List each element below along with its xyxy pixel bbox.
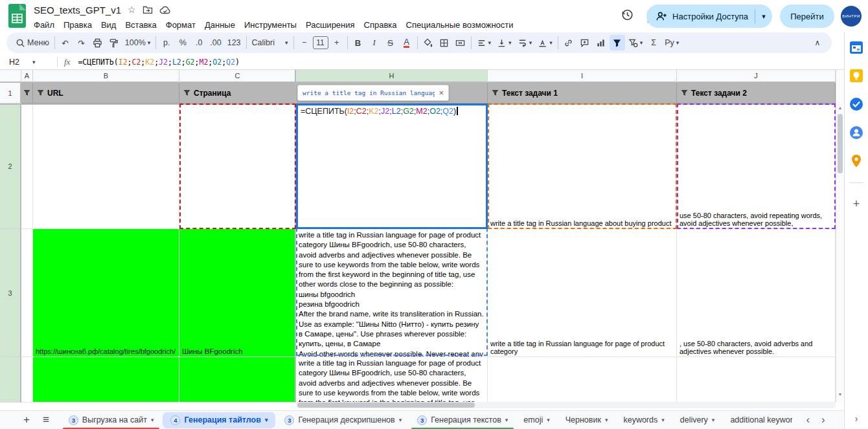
get-addons-button[interactable]: + — [853, 197, 860, 211]
cell-I2[interactable]: write a title tag in Russian language ab… — [488, 104, 677, 229]
share-button-main[interactable]: Настройки Доступа — [646, 5, 755, 28]
undo-button[interactable]: ↶ — [58, 35, 73, 50]
sheet-tab-keywords[interactable]: keywords ▾ — [615, 411, 672, 429]
vertical-scrollbar-thumb[interactable] — [838, 114, 843, 173]
column-header-I[interactable]: I — [488, 70, 677, 83]
menu-format[interactable]: Формат — [161, 19, 200, 31]
menu-edit[interactable]: Правка — [59, 19, 97, 31]
hide-side-panel-icon[interactable]: › — [855, 413, 858, 424]
cell-C4[interactable] — [179, 357, 296, 402]
maps-icon[interactable] — [849, 154, 863, 168]
column-header-C[interactable]: C — [179, 70, 296, 83]
insert-chart-button[interactable] — [593, 35, 609, 50]
sheet-tab-draft[interactable]: Черновик ▾ — [558, 411, 616, 429]
sheet-tab-upload[interactable]: 3 Выгрузка на сайт ▾ — [61, 411, 162, 429]
chevron-down-icon[interactable]: ▾ — [605, 417, 608, 423]
move-folder-icon[interactable] — [143, 5, 153, 15]
text-rotation-button[interactable]: ▾ — [535, 35, 555, 50]
tabs-scroll-left-button[interactable]: ‹ — [800, 413, 816, 426]
menu-accessibility[interactable]: Специальные возможности — [402, 19, 518, 31]
fill-color-button[interactable] — [420, 35, 436, 50]
formula-input[interactable]: =СЦЕПИТЬ(I2;C2;K2;J2;L2;G2;M2;O2;Q2) — [78, 58, 239, 67]
menu-tools[interactable]: Инструменты — [240, 19, 301, 31]
cell-I3[interactable]: write a title tag in Russian language fo… — [488, 229, 677, 357]
cell-A4[interactable] — [21, 357, 33, 402]
star-icon[interactable]: ☆ — [128, 5, 136, 15]
filter-views-button[interactable]: ▾ — [626, 35, 646, 50]
cell-J2[interactable]: use 50-80 characters, avoid repeating wo… — [677, 104, 836, 229]
vertical-align-button[interactable]: ▾ — [494, 35, 514, 50]
share-dropdown-button[interactable]: ▾ — [755, 12, 772, 21]
decrease-decimals-button[interactable]: .0 — [191, 35, 207, 50]
cell-J1[interactable]: Текст задачи 2 — [677, 83, 836, 104]
increase-decimals-button[interactable]: .00 — [207, 35, 223, 50]
menu-help[interactable]: Справка — [360, 19, 402, 31]
python-button[interactable]: Py▾ — [662, 35, 681, 50]
name-box[interactable]: H2 ▾ — [0, 58, 57, 67]
percent-format-button[interactable]: % — [175, 35, 190, 50]
horizontal-scrollbar-thumb[interactable] — [297, 402, 475, 408]
cell-C1[interactable]: Страница — [179, 83, 296, 104]
cell-B4[interactable] — [33, 357, 179, 402]
decrease-font-size-button[interactable]: − — [297, 35, 312, 50]
chip-close-icon[interactable]: × — [439, 89, 444, 97]
font-select[interactable]: Calibri▾ — [249, 35, 291, 50]
row-header-1[interactable]: 1 — [0, 83, 21, 104]
cell-A2[interactable] — [21, 104, 33, 229]
horizontal-align-button[interactable]: ▾ — [474, 35, 494, 50]
text-wrap-button[interactable]: ▾ — [515, 35, 535, 50]
sheet-tab-additional-keywords[interactable]: additional keywor — [722, 411, 800, 429]
functions-button[interactable]: Σ — [646, 35, 661, 50]
column-header-B[interactable]: B — [33, 70, 179, 83]
menu-insert[interactable]: Вставка — [120, 19, 161, 31]
chevron-down-icon[interactable]: ▾ — [712, 417, 715, 423]
cell-I1[interactable]: Текст задачи 1 — [488, 83, 677, 104]
chevron-down-icon[interactable]: ▾ — [505, 417, 508, 423]
menu-file[interactable]: Файл — [29, 19, 59, 31]
cell-H1-content-chip[interactable]: write a title tag in Russian language ab… — [297, 85, 449, 101]
cell-A3[interactable] — [21, 229, 33, 357]
go-button[interactable]: Перейти — [780, 5, 834, 28]
document-title[interactable]: SEO_texts_GPT_v1 — [34, 5, 121, 16]
tasks-icon[interactable] — [849, 97, 863, 111]
sheet-tab-titles[interactable]: 4 Генерация тайтлов ▾ — [163, 412, 275, 428]
strikethrough-button[interactable]: S — [383, 35, 398, 50]
cell-C3[interactable]: Шины BFgoodrich — [179, 229, 296, 357]
sheet-tab-emoji[interactable]: emoji ▾ — [516, 411, 557, 429]
vertical-scrollbar[interactable]: ▲ ▼ — [836, 70, 843, 402]
insert-comment-button[interactable] — [577, 35, 593, 50]
contacts-icon[interactable] — [849, 126, 863, 140]
cell-B2[interactable] — [33, 104, 179, 229]
cell-H4[interactable]: write a title tag in Russian language fo… — [296, 357, 488, 402]
scroll-down-icon[interactable]: ▼ — [836, 392, 843, 397]
menus-search-button[interactable]: Меню — [13, 35, 52, 50]
increase-font-size-button[interactable]: + — [329, 35, 345, 50]
bold-button[interactable]: B — [350, 35, 366, 50]
column-header-J[interactable]: J — [677, 70, 836, 83]
sheet-tab-texts[interactable]: 3 Генерация текстов ▾ — [409, 411, 516, 429]
calendar-icon[interactable] — [849, 40, 863, 54]
cell-H3[interactable]: write a title tag in Russian language fo… — [296, 229, 488, 357]
chevron-down-icon[interactable]: ▾ — [265, 417, 268, 423]
collapse-toolbar-button[interactable]: ∧ — [810, 35, 825, 50]
cell-C2[interactable] — [179, 104, 296, 229]
chevron-down-icon[interactable]: ▾ — [547, 417, 550, 423]
zoom-select[interactable]: 100%▾ — [122, 35, 154, 50]
keep-icon[interactable] — [849, 69, 863, 83]
italic-button[interactable]: I — [367, 35, 382, 50]
row-header-4[interactable] — [0, 357, 21, 402]
menu-view[interactable]: Вид — [97, 19, 121, 31]
tabs-scroll-right-button[interactable]: › — [816, 413, 831, 426]
cell-B1[interactable]: URL — [33, 83, 179, 104]
print-button[interactable] — [90, 35, 106, 50]
text-color-button[interactable]: A — [399, 35, 415, 50]
sheets-logo-icon[interactable] — [8, 4, 26, 30]
menu-data[interactable]: Данные — [200, 19, 240, 31]
row-header-2[interactable]: 2 — [0, 104, 21, 229]
borders-button[interactable] — [437, 35, 452, 50]
share-button[interactable]: Настройки Доступа ▾ — [646, 5, 772, 28]
cell-A1[interactable] — [21, 83, 33, 104]
sheet-tab-delivery[interactable]: delivery ▾ — [672, 411, 723, 429]
paint-format-button[interactable] — [106, 35, 122, 50]
cell-J3[interactable]: , use 50-80 characters, avoid adverbs an… — [677, 229, 836, 357]
